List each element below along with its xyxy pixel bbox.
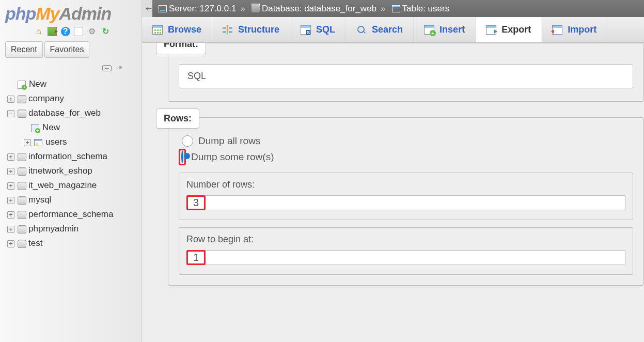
tree-table-users[interactable]: +users bbox=[5, 135, 139, 149]
breadcrumb-table[interactable]: Table: users bbox=[402, 4, 450, 14]
highlight-marker: 1 bbox=[186, 250, 206, 265]
table-icon bbox=[34, 139, 42, 146]
home-icon[interactable]: ⌂ bbox=[34, 27, 43, 36]
back-arrow-icon[interactable]: ← bbox=[142, 0, 152, 17]
database-icon bbox=[18, 225, 25, 234]
expand-icon[interactable]: + bbox=[7, 240, 14, 247]
dump-all-rows-option[interactable]: Dump all rows bbox=[179, 135, 633, 147]
tree-new-table[interactable]: New bbox=[5, 120, 139, 135]
tab-insert[interactable]: Insert bbox=[414, 17, 476, 42]
tree-db-it-web-magazine[interactable]: +it_web_magazine bbox=[5, 178, 139, 193]
link-icon[interactable]: ⚭ bbox=[117, 64, 123, 72]
favorites-tab[interactable]: Favorites bbox=[44, 41, 90, 58]
database-tree: New +company –database_for_web New +user… bbox=[5, 77, 139, 251]
logo-part-my: My bbox=[36, 4, 59, 23]
tree-db-phpmyadmin[interactable]: +phpmyadmin bbox=[5, 222, 139, 236]
rows-legend: Rows: bbox=[156, 108, 199, 129]
tab-browse[interactable]: Browse bbox=[142, 17, 212, 42]
recent-favorites-tabs: Recent Favorites bbox=[5, 41, 139, 58]
table-icon bbox=[392, 5, 400, 12]
tree-db-information-schema[interactable]: +information_schema bbox=[5, 149, 139, 164]
tab-export[interactable]: Export bbox=[476, 17, 542, 42]
database-icon bbox=[18, 182, 25, 190]
settings-icon[interactable]: ⚙ bbox=[87, 27, 97, 36]
tree-db-test[interactable]: +test bbox=[5, 236, 139, 251]
tree-db-company[interactable]: +company bbox=[5, 91, 139, 106]
export-icon bbox=[486, 25, 496, 35]
docs-icon[interactable] bbox=[74, 27, 83, 36]
tree-db-mysql[interactable]: +mysql bbox=[5, 193, 139, 207]
radio-icon[interactable] bbox=[181, 150, 183, 163]
expand-icon[interactable]: + bbox=[7, 96, 14, 103]
logo-part-php: php bbox=[5, 4, 36, 23]
main-panel: ← Server: 127.0.0.1 » Database: database… bbox=[142, 0, 644, 342]
database-icon bbox=[18, 167, 25, 176]
tree-db-performance-schema[interactable]: +performance_schema bbox=[5, 207, 139, 222]
tree-collapse-controls: – ⚭ bbox=[5, 62, 139, 73]
number-of-rows-group: Number of rows: 3 bbox=[179, 173, 633, 220]
expand-icon[interactable]: + bbox=[7, 153, 14, 161]
tree-new-database[interactable]: New bbox=[5, 77, 139, 91]
tab-search[interactable]: Search bbox=[346, 17, 414, 42]
database-icon bbox=[18, 110, 25, 118]
breadcrumb-separator: » bbox=[381, 4, 385, 14]
table-tabs: Browse Structure SQL Search Insert Expor… bbox=[142, 17, 644, 43]
insert-icon bbox=[424, 25, 434, 35]
new-table-icon bbox=[31, 124, 39, 132]
database-icon bbox=[18, 95, 25, 103]
phpmyadmin-logo[interactable]: phpMyAdmin bbox=[5, 4, 139, 24]
breadcrumb: ← Server: 127.0.0.1 » Database: database… bbox=[142, 0, 644, 17]
refresh-icon[interactable]: ↻ bbox=[101, 27, 110, 36]
expand-icon[interactable]: + bbox=[7, 182, 14, 190]
dump-all-label: Dump all rows bbox=[198, 135, 260, 147]
row-to-begin-label: Row to begin at: bbox=[186, 234, 625, 245]
sql-icon bbox=[301, 25, 311, 35]
collapse-icon[interactable]: – bbox=[7, 110, 14, 117]
help-icon[interactable]: ? bbox=[61, 27, 70, 36]
logout-icon[interactable] bbox=[48, 27, 57, 36]
format-fieldset: Format: SQL bbox=[168, 43, 644, 102]
tab-structure[interactable]: Structure bbox=[212, 17, 290, 42]
tab-sql[interactable]: SQL bbox=[290, 17, 346, 42]
breadcrumb-database[interactable]: Database: database_for_web bbox=[262, 4, 376, 14]
number-of-rows-label: Number of rows: bbox=[186, 179, 625, 190]
expand-icon[interactable]: + bbox=[24, 139, 31, 146]
tree-db-itnetwork-eshop[interactable]: +itnetwork_eshop bbox=[5, 164, 139, 178]
tree-db-database-for-web[interactable]: –database_for_web bbox=[5, 106, 139, 120]
sidebar-toolbar: ⌂ ? ⚙ ↻ bbox=[5, 27, 139, 36]
database-icon bbox=[252, 5, 260, 12]
new-db-icon bbox=[18, 81, 26, 89]
breadcrumb-server[interactable]: Server: 127.0.0.1 bbox=[169, 4, 236, 14]
expand-icon[interactable]: + bbox=[7, 226, 14, 233]
format-legend: Format: bbox=[156, 43, 206, 54]
search-icon bbox=[356, 25, 367, 35]
radio-icon[interactable] bbox=[182, 135, 193, 147]
format-select[interactable]: SQL bbox=[179, 64, 633, 88]
number-of-rows-input[interactable]: 3 bbox=[186, 195, 625, 210]
browse-icon bbox=[152, 25, 163, 35]
database-icon bbox=[18, 196, 25, 205]
row-to-begin-group: Row to begin at: 1 bbox=[179, 227, 633, 275]
expand-icon[interactable]: + bbox=[7, 211, 14, 219]
database-icon bbox=[18, 211, 25, 219]
expand-icon[interactable]: + bbox=[7, 197, 14, 204]
dump-some-rows-option[interactable]: Dump some row(s) bbox=[179, 149, 633, 165]
collapse-all-icon[interactable]: – bbox=[102, 65, 112, 71]
structure-icon bbox=[223, 25, 233, 35]
server-icon bbox=[159, 5, 167, 12]
dump-some-label: Dump some row(s) bbox=[191, 151, 274, 163]
highlight-marker bbox=[179, 149, 186, 165]
recent-tab[interactable]: Recent bbox=[5, 41, 43, 58]
database-icon bbox=[18, 153, 25, 161]
highlight-marker: 3 bbox=[186, 195, 206, 210]
breadcrumb-separator: » bbox=[240, 4, 245, 14]
export-form: Format: SQL Rows: Dump all rows Dump som… bbox=[142, 43, 644, 342]
sidebar: phpMyAdmin ⌂ ? ⚙ ↻ Recent Favorites – ⚭ … bbox=[0, 0, 142, 342]
rows-fieldset: Rows: Dump all rows Dump some row(s) Num… bbox=[168, 117, 644, 286]
import-icon bbox=[552, 25, 562, 35]
logo-part-admin: Admin bbox=[59, 4, 112, 23]
expand-icon[interactable]: + bbox=[7, 168, 14, 175]
database-icon bbox=[18, 240, 25, 248]
row-to-begin-input[interactable]: 1 bbox=[186, 250, 625, 265]
tab-import[interactable]: Import bbox=[542, 17, 607, 42]
